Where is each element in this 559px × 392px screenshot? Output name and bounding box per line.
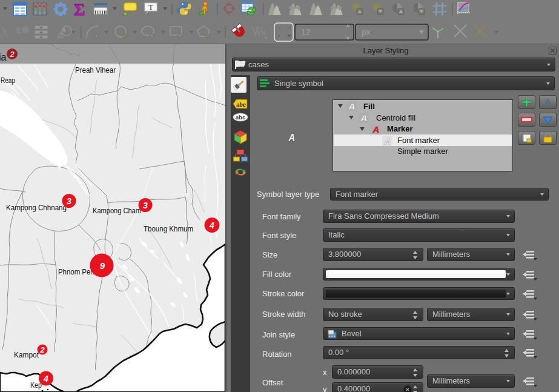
svg-text:12: 12 <box>301 27 311 37</box>
svg-text:2: 2 <box>39 345 45 354</box>
svg-text:A: A <box>348 101 356 111</box>
svg-text:3: 3 <box>67 196 71 206</box>
svg-text:2: 2 <box>9 50 15 59</box>
svg-text:Reap: Reap <box>1 76 15 85</box>
svg-text:A: A <box>384 136 391 146</box>
svg-text:3: 3 <box>143 201 148 210</box>
svg-text:abc: abc <box>236 102 246 108</box>
svg-text:Tboung Khmum: Tboung Khmum <box>144 224 193 233</box>
svg-text:Kampong Chhnang: Kampong Chhnang <box>6 203 67 212</box>
svg-text:Σ: Σ <box>74 0 85 19</box>
svg-text:9: 9 <box>100 261 105 271</box>
svg-text:abc: abc <box>236 114 245 121</box>
svg-text:ia: ia <box>0 52 7 62</box>
svg-text:4: 4 <box>209 221 214 230</box>
svg-text:px: px <box>362 27 371 37</box>
svg-text:Preah Vihear: Preah Vihear <box>75 65 116 75</box>
svg-text:Kampot: Kampot <box>14 350 39 359</box>
svg-text:Kampong Cham: Kampong Cham <box>93 206 141 215</box>
svg-text:T: T <box>148 2 153 12</box>
svg-text:A: A <box>372 124 380 135</box>
svg-text:A: A <box>360 113 368 123</box>
svg-text:4: 4 <box>43 374 48 384</box>
